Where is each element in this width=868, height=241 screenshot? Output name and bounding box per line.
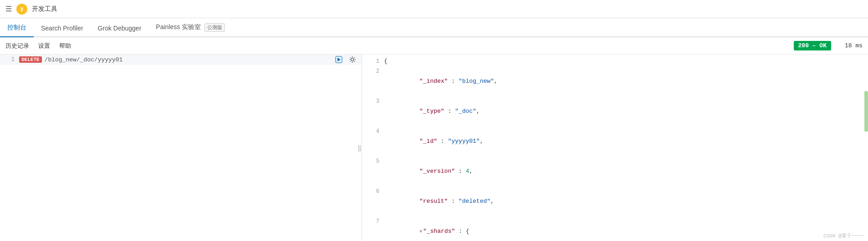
line-content-7: ▼"_shards" : { — [384, 216, 864, 241]
main-content: 1 DELETE /blog_new/_doc/yyyyy01 — [0, 55, 868, 241]
settings-button[interactable]: 设置 — [38, 42, 50, 50]
line-num-1: 1 — [366, 56, 379, 66]
time-badge: 18 ms — [845, 42, 863, 49]
status-badge: 200 – OK — [794, 41, 831, 50]
line-content-1: { — [384, 56, 864, 66]
line-num-4: 4 — [366, 126, 379, 136]
line-num-6: 6 — [366, 186, 379, 196]
svg-point-2 — [351, 58, 354, 61]
top-bar-title: 开发工具 — [32, 5, 57, 13]
avatar: y — [16, 4, 27, 15]
output-line-5: 5 "_version" : 4, — [362, 156, 868, 186]
output-line-2: 2 "_index" : "blog_new", — [362, 66, 868, 96]
top-bar: ☰ y 开发工具 — [0, 0, 868, 18]
line-num-3: 3 — [366, 96, 379, 106]
output-line-3: 3 "_type" : "_doc", — [362, 96, 868, 126]
tab-console[interactable]: 控制台 — [0, 19, 34, 37]
line-content-4: "_id" : "yyyyy01", — [384, 126, 864, 156]
toolbar: 历史记录 设置 帮助 200 – OK 18 ms — [0, 37, 868, 55]
output-line-4: 4 "_id" : "yyyyy01", — [362, 126, 868, 156]
editor-path: /blog_new/_doc/yyyyy01 — [45, 56, 123, 63]
tab-search-profiler[interactable]: Search Profiler — [34, 20, 91, 37]
resize-handle[interactable]: ‖ — [358, 144, 362, 152]
right-pane: 1 { 2 "_index" : "blog_new", 3 "_type" :… — [362, 55, 868, 241]
tab-bar: 控制台 Search Profiler Grok Debugger Painle… — [0, 18, 868, 37]
line-content-6: "result" : "deleted", — [384, 186, 864, 216]
left-pane: 1 DELETE /blog_new/_doc/yyyyy01 — [0, 55, 362, 241]
wrench-button[interactable] — [347, 54, 358, 65]
line-content-2: "_index" : "blog_new", — [384, 66, 864, 96]
painless-badge: 公测版 — [204, 23, 225, 32]
scrollbar-indicator[interactable] — [864, 91, 868, 132]
line-number-1: 1 — [4, 56, 15, 63]
output-line-6: 6 "result" : "deleted", — [362, 186, 868, 216]
output-line-1: 1 { — [362, 56, 868, 66]
editor-actions — [333, 54, 362, 65]
help-button[interactable]: 帮助 — [59, 42, 71, 50]
line-num-5: 5 — [366, 156, 379, 166]
tab-painless-lab[interactable]: Painless 实验室 公测版 — [148, 19, 232, 37]
fold-arrow-7[interactable]: ▼ — [419, 229, 422, 234]
output-lines: 1 { 2 "_index" : "blog_new", 3 "_type" :… — [362, 55, 868, 241]
editor-line-1: 1 DELETE /blog_new/_doc/yyyyy01 — [0, 55, 362, 65]
watermark: CSDN @栗子~~~~ — [823, 232, 863, 239]
output-line-7: 7 ▼"_shards" : { — [362, 216, 868, 241]
run-button[interactable] — [333, 54, 344, 65]
menu-icon[interactable]: ☰ — [5, 5, 12, 14]
line-content-3: "_type" : "_doc", — [384, 96, 864, 126]
history-button[interactable]: 历史记录 — [5, 42, 29, 50]
line-num-7: 7 — [366, 216, 379, 226]
line-content-5: "_version" : 4, — [384, 156, 864, 186]
http-method: DELETE — [19, 56, 42, 63]
tab-grok-debugger[interactable]: Grok Debugger — [91, 20, 149, 37]
line-num-2: 2 — [366, 66, 379, 76]
